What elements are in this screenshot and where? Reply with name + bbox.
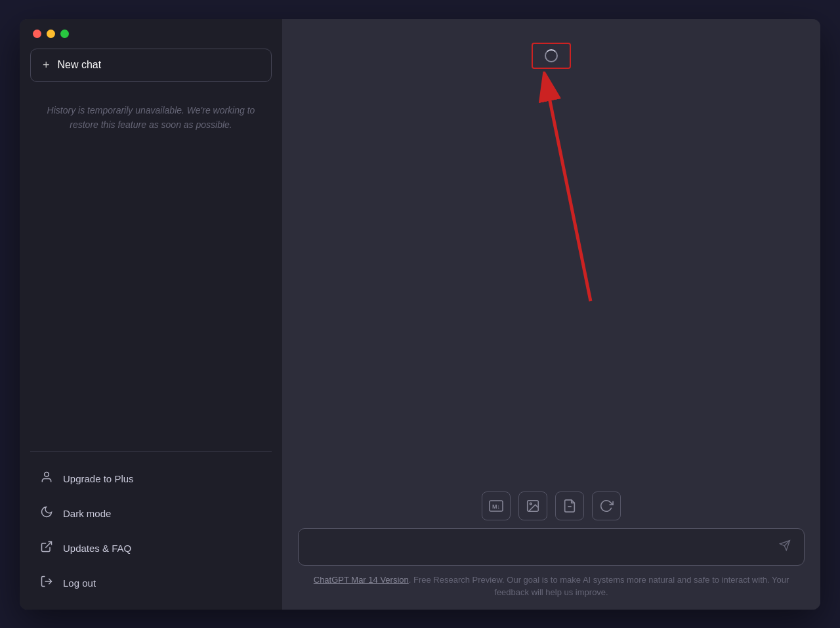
chat-input[interactable] bbox=[309, 539, 776, 555]
new-chat-button[interactable]: + New chat bbox=[30, 49, 272, 82]
external-link-icon bbox=[39, 540, 54, 556]
sidebar-item-darkmode[interactable]: Dark mode bbox=[30, 497, 272, 530]
svg-line-1 bbox=[45, 541, 51, 547]
main-content: M↓ bbox=[282, 19, 820, 610]
loading-area bbox=[532, 43, 571, 69]
sidebar-bottom: Upgrade to Plus Dark mode bbox=[30, 463, 272, 599]
input-area bbox=[298, 528, 805, 566]
updates-label: Updates & FAQ bbox=[63, 543, 131, 554]
bottom-area: M↓ bbox=[282, 484, 820, 610]
sidebar-item-updates[interactable]: Updates & FAQ bbox=[30, 532, 272, 564]
upgrade-label: Upgrade to Plus bbox=[63, 473, 134, 484]
maximize-button[interactable] bbox=[60, 30, 69, 38]
person-icon bbox=[39, 471, 54, 487]
refresh-button[interactable] bbox=[592, 492, 621, 520]
traffic-lights bbox=[30, 30, 272, 38]
new-chat-label: New chat bbox=[58, 59, 102, 71]
sidebar: + New chat History is temporarily unavai… bbox=[20, 19, 282, 610]
svg-point-0 bbox=[45, 472, 49, 476]
markdown-button[interactable]: M↓ bbox=[482, 492, 511, 520]
send-button[interactable] bbox=[776, 537, 793, 557]
logout-icon bbox=[39, 575, 54, 591]
sidebar-divider bbox=[30, 451, 272, 452]
pdf-button[interactable] bbox=[555, 492, 584, 520]
logout-label: Log out bbox=[63, 577, 96, 589]
svg-text:M↓: M↓ bbox=[492, 503, 500, 510]
loading-box bbox=[532, 43, 571, 69]
history-message: History is temporarily unavailable. We'r… bbox=[30, 98, 272, 280]
sidebar-item-upgrade[interactable]: Upgrade to Plus bbox=[30, 463, 272, 495]
svg-point-8 bbox=[530, 503, 532, 505]
version-link[interactable]: ChatGPT Mar 14 Version bbox=[314, 575, 409, 585]
toolbar: M↓ bbox=[298, 492, 805, 520]
minimize-button[interactable] bbox=[47, 30, 55, 38]
moon-icon bbox=[39, 505, 54, 522]
plus-icon: + bbox=[43, 58, 50, 72]
close-button[interactable] bbox=[33, 30, 41, 38]
chat-area bbox=[282, 19, 820, 484]
image-button[interactable] bbox=[518, 492, 547, 520]
sidebar-item-logout[interactable]: Log out bbox=[30, 567, 272, 599]
app-window: + New chat History is temporarily unavai… bbox=[20, 19, 820, 610]
darkmode-label: Dark mode bbox=[63, 508, 111, 519]
loading-spinner bbox=[545, 49, 558, 62]
footer-text: ChatGPT Mar 14 Version. Free Research Pr… bbox=[298, 574, 805, 604]
